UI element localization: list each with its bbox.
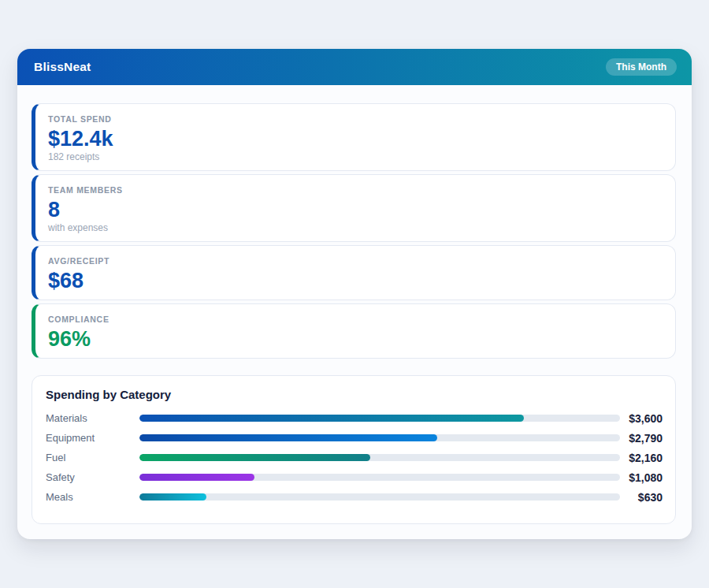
- stat-label: AVG/RECEIPT: [48, 255, 663, 266]
- app-title: BlissNeat: [34, 60, 91, 74]
- header: BlissNeat This Month: [17, 49, 692, 85]
- chart-row-fuel: Fuel $2,160: [46, 448, 663, 467]
- category-value: $1,080: [620, 471, 663, 484]
- bar-track: [139, 454, 620, 461]
- bar-track: [139, 434, 620, 441]
- stat-card-team-members: TEAM MEMBERS 8 with expenses: [32, 174, 676, 242]
- period-badge[interactable]: This Month: [606, 58, 677, 76]
- stat-label: TEAM MEMBERS: [48, 184, 663, 195]
- category-value: $3,600: [620, 412, 663, 425]
- bar-track: [139, 493, 620, 501]
- chart-row-equipment: Equipment $2,790: [46, 428, 663, 448]
- bar-fill: [139, 434, 437, 441]
- bar-track: [139, 474, 620, 481]
- stat-subtext: with expenses: [48, 222, 663, 233]
- category-value: $630: [620, 491, 663, 504]
- bar-fill: [139, 474, 254, 481]
- stat-value: 8: [48, 199, 663, 221]
- stat-label: COMPLIANCE: [48, 314, 663, 325]
- category-value: $2,790: [620, 432, 663, 445]
- category-label: Fuel: [46, 452, 139, 463]
- chart-title: Spending by Category: [46, 388, 663, 402]
- stat-value: $12.4k: [48, 128, 663, 150]
- stat-card-total-spend: TOTAL SPEND $12.4k 182 receipts: [32, 103, 676, 171]
- stat-card-avg-receipt: AVG/RECEIPT $68: [32, 245, 676, 300]
- dashboard-card: BlissNeat This Month TOTAL SPEND $12.4k …: [17, 49, 692, 539]
- category-label: Materials: [46, 412, 139, 424]
- bar-track: [139, 415, 620, 422]
- chart-rows: Materials $3,600 Equipment $2,790 Fuel $…: [46, 408, 663, 507]
- stat-value: 96%: [48, 328, 663, 350]
- stat-value: $68: [48, 270, 663, 292]
- bar-fill: [139, 493, 206, 501]
- stat-label: TOTAL SPEND: [48, 114, 663, 125]
- category-label: Equipment: [46, 432, 139, 444]
- stat-subtext: 182 receipts: [48, 151, 663, 162]
- chart-row-safety: Safety $1,080: [46, 467, 663, 487]
- chart-row-meals: Meals $630: [46, 487, 663, 507]
- bar-fill: [139, 415, 524, 422]
- category-value: $2,160: [620, 452, 663, 464]
- chart-row-materials: Materials $3,600: [46, 408, 663, 428]
- content: TOTAL SPEND $12.4k 182 receipts TEAM MEM…: [17, 85, 692, 539]
- spending-chart-card: Spending by Category Materials $3,600 Eq…: [32, 375, 676, 524]
- stat-card-compliance: COMPLIANCE 96%: [32, 303, 676, 359]
- category-label: Safety: [46, 471, 139, 483]
- bar-fill: [139, 454, 370, 461]
- category-label: Meals: [46, 491, 139, 503]
